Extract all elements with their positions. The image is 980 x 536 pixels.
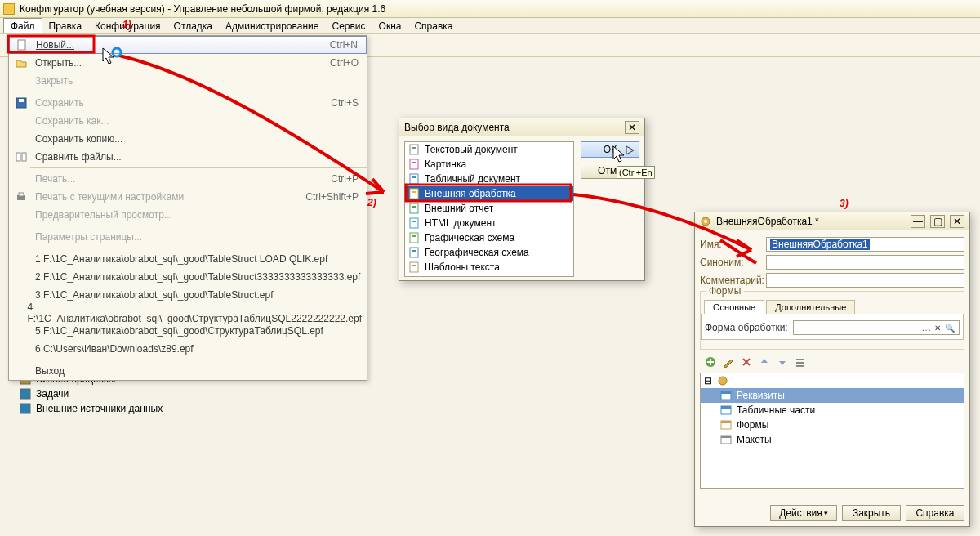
doc-type-item[interactable]: Текстовый документ xyxy=(405,142,573,157)
menu-config[interactable]: Конфигурация xyxy=(88,19,167,34)
edit-icon[interactable] xyxy=(721,355,736,369)
prop-tree-item[interactable]: Табличные части xyxy=(701,403,964,418)
close-button[interactable]: Закрыть xyxy=(842,505,901,521)
annotation-3: 3) xyxy=(840,198,849,209)
menu-windows[interactable]: Окна xyxy=(372,19,408,34)
close-icon[interactable]: ✕ xyxy=(950,215,964,228)
svg-rect-30 xyxy=(412,147,416,149)
file-menu-item[interactable]: Параметры страницы... xyxy=(9,228,367,246)
svg-rect-59 xyxy=(721,421,731,423)
svg-rect-34 xyxy=(412,176,416,178)
prop-tree[interactable]: ⊟РеквизитыТабличные частиФормыМакеты xyxy=(700,373,964,489)
tree-item[interactable]: Задачи xyxy=(5,386,274,401)
window-title: Конфигуратор (учебная версия) - Управлен… xyxy=(20,3,385,15)
menu-debug[interactable]: Отладка xyxy=(167,19,219,34)
comment-input[interactable] xyxy=(766,273,964,288)
doc-type-dialog: Выбор вида документа ✕ Текстовый докумен… xyxy=(399,118,645,281)
comment-label: Комментарий: xyxy=(700,275,761,286)
doc-type-item[interactable]: Табличный документ xyxy=(405,172,573,186)
menu-admin[interactable]: Администрирование xyxy=(219,19,325,34)
doc-type-item[interactable]: Графическая схема xyxy=(405,230,573,245)
file-menu-item[interactable]: Новый...Ctrl+N xyxy=(9,36,367,54)
doc-type-item[interactable]: Картинка xyxy=(405,157,573,172)
svg-rect-22 xyxy=(16,153,20,161)
file-menu-item[interactable]: СохранитьCtrl+S xyxy=(9,94,367,112)
svg-rect-32 xyxy=(412,162,416,163)
minimize-icon[interactable]: — xyxy=(911,215,925,228)
svg-rect-23 xyxy=(22,153,26,161)
file-menu-item[interactable]: Открыть...Ctrl+O xyxy=(9,54,367,72)
svg-rect-41 xyxy=(410,233,418,243)
doc-type-item[interactable]: Географическая схема xyxy=(405,245,573,260)
doc-type-item[interactable]: Шаблоны текста xyxy=(405,260,573,275)
dialog-title: ВнешняяОбработка1 * xyxy=(716,216,819,227)
shortcut-tooltip: (Ctrl+En xyxy=(617,166,655,179)
svg-rect-31 xyxy=(410,159,418,169)
synonym-input[interactable] xyxy=(766,255,964,270)
dialog-titlebar[interactable]: ВнешняяОбработка1 * — ▢ ✕ xyxy=(695,212,969,230)
annotation-2: 2) xyxy=(367,197,376,208)
svg-point-48 xyxy=(704,220,707,223)
svg-rect-19 xyxy=(18,40,25,50)
svg-rect-33 xyxy=(410,174,418,184)
form-select-input[interactable]: ... ✕ 🔍 xyxy=(793,320,960,335)
sort-icon[interactable] xyxy=(793,355,808,369)
move-down-icon[interactable] xyxy=(775,355,790,369)
doc-type-item[interactable]: Внешняя обработка xyxy=(405,186,573,201)
menu-help[interactable]: Справка xyxy=(408,19,459,34)
svg-rect-37 xyxy=(410,203,418,213)
menu-edit[interactable]: Правка xyxy=(42,19,89,34)
file-menu-item[interactable]: 6 C:\Users\Иван\Downloads\z89.epf xyxy=(9,340,367,358)
maximize-icon[interactable]: ▢ xyxy=(930,215,945,228)
svg-rect-25 xyxy=(19,193,24,196)
svg-rect-45 xyxy=(410,262,418,272)
file-menu-item[interactable]: 1 F:\1C_Аналитика\obrabot_sql\_good\Tabl… xyxy=(9,250,367,268)
tab-extra[interactable]: Дополнительные xyxy=(766,300,855,314)
delete-icon[interactable] xyxy=(739,355,754,369)
name-input[interactable]: ВнешняяОбработка1 xyxy=(766,237,964,252)
tree-item[interactable]: Внешние источники данных xyxy=(5,401,274,416)
prop-tree-item[interactable]: Реквизиты xyxy=(701,388,964,403)
svg-rect-52 xyxy=(796,365,804,367)
file-menu-item[interactable]: Сравнить файлы... xyxy=(9,148,367,166)
file-menu-item[interactable]: 2 F:\1C_Аналитика\obrabot_sql\_good\Tabl… xyxy=(9,268,367,286)
doc-type-list[interactable]: Текстовый документКартинкаТабличный доку… xyxy=(404,141,574,277)
file-menu-item[interactable]: Печать...Ctrl+P xyxy=(9,170,367,188)
tab-main[interactable]: Основные xyxy=(704,300,764,314)
svg-rect-42 xyxy=(412,235,416,237)
svg-rect-39 xyxy=(410,218,418,228)
svg-rect-51 xyxy=(796,362,804,364)
move-up-icon[interactable] xyxy=(757,355,772,369)
file-menu-item[interactable]: 4 F:\1C_Аналитика\obrabot_sql\_good\Стру… xyxy=(9,304,367,322)
help-button[interactable]: Справка xyxy=(906,505,964,521)
name-label: Имя: xyxy=(700,239,761,250)
file-menu-dropdown: Новый...Ctrl+NОткрыть...Ctrl+OЗакрытьСох… xyxy=(8,35,368,381)
file-menu-item[interactable]: 5 F:\1C_Аналитика\obrabot_sql\_good\Стру… xyxy=(9,322,367,340)
external-processing-dialog: ВнешняяОбработка1 * — ▢ ✕ Имя: ВнешняяОб… xyxy=(694,212,970,527)
svg-rect-28 xyxy=(20,404,30,413)
file-menu-item[interactable]: Выход xyxy=(9,362,367,380)
add-icon[interactable] xyxy=(703,355,718,369)
app-icon xyxy=(3,3,15,15)
actions-button[interactable]: Действия▾ xyxy=(770,505,837,521)
prop-tree-item[interactable]: Макеты xyxy=(701,432,964,447)
ok-button[interactable]: ОК xyxy=(581,141,639,158)
menu-service[interactable]: Сервис xyxy=(325,19,372,34)
doc-type-item[interactable]: Внешний отчет xyxy=(405,201,573,216)
close-icon[interactable]: ✕ xyxy=(625,121,639,134)
file-menu-item[interactable]: Сохранить копию... xyxy=(9,130,367,148)
menu-file[interactable]: Файл xyxy=(3,18,42,34)
file-menu-item[interactable]: Печать с текущими настройкамиCtrl+Shift+… xyxy=(9,188,367,206)
doc-type-item[interactable]: HTML документ xyxy=(405,216,573,230)
svg-rect-50 xyxy=(796,359,804,360)
file-menu-item[interactable]: Закрыть xyxy=(9,72,367,90)
svg-rect-35 xyxy=(410,189,418,199)
svg-point-53 xyxy=(719,377,727,385)
prop-tree-item[interactable]: Формы xyxy=(701,418,964,432)
window-titlebar: Конфигуратор (учебная версия) - Управлен… xyxy=(0,0,980,18)
file-menu-item[interactable]: Сохранить как... xyxy=(9,112,367,130)
dialog-titlebar[interactable]: Выбор вида документа ✕ xyxy=(399,118,644,136)
file-menu-item[interactable]: Предварительный просмотр... xyxy=(9,206,367,224)
svg-rect-55 xyxy=(721,391,731,394)
svg-rect-43 xyxy=(410,248,418,257)
